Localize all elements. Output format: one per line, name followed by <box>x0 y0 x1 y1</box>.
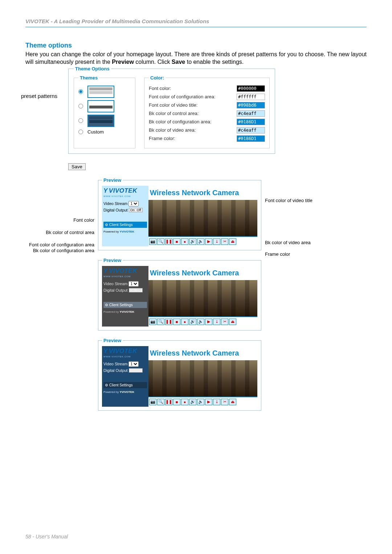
toolbar-btn-0[interactable]: 📷 <box>149 399 156 405</box>
toolbar-btn-10[interactable]: ⏏ <box>229 238 236 245</box>
logo-text-3: VIVOTEK <box>109 348 137 355</box>
toolbar-btn-5[interactable]: 🔊 <box>189 238 196 245</box>
toolbar-btn-8[interactable]: ⤓ <box>213 319 220 325</box>
toolbar-btn-2[interactable]: ❚❚ <box>165 319 172 325</box>
color-row-5: Bk color of video area:#c4eaff <box>149 127 265 134</box>
onoff-toggle-2[interactable]: OnOff <box>129 288 143 292</box>
color-value-input[interactable]: #0186D1 <box>237 135 265 142</box>
color-value-input[interactable]: #0186D1 <box>237 119 265 125</box>
pv2-title: Wireless Network Camera <box>148 266 257 280</box>
toolbar-btn-3[interactable]: ■ <box>173 319 180 325</box>
preview-3: Preview YVIVOTEK WWW.VIVOTEK.COM Video S… <box>98 338 261 411</box>
poweredby-1: Powered by YVIVOTEK <box>103 230 147 233</box>
theme-radio-2[interactable] <box>78 104 83 108</box>
toolbar-btn-1[interactable]: 🔍 <box>157 238 164 245</box>
logo-sub-1: WWW.VIVOTEK.COM <box>103 195 147 197</box>
toolbar-btn-10[interactable]: ⏏ <box>229 319 236 325</box>
toolbar-btn-6[interactable]: 🔈 <box>197 238 204 245</box>
preview-legend-2: Preview <box>102 258 123 263</box>
theme-options-legend: Theme Options <box>74 66 111 71</box>
annot-bk-video: Bk color of video area <box>265 240 311 245</box>
logo-text-1: VIVOTEK <box>109 187 137 194</box>
logo-3: YVIVOTEK <box>103 348 147 355</box>
toolbar-btn-9[interactable]: ✂ <box>221 399 228 405</box>
themes-fieldset: Themes Custom <box>74 75 135 148</box>
client-settings-label-1: Client Settings <box>109 223 132 227</box>
toolbar-btn-2[interactable]: ❚❚ <box>165 238 172 245</box>
toolbar-btn-0[interactable]: 📷 <box>149 319 156 325</box>
toolbar-btn-5[interactable]: 🔊 <box>189 319 196 325</box>
video-stream-label-1: Video Stream <box>103 201 127 206</box>
theme-radio-custom[interactable] <box>78 130 83 134</box>
intro-text-2: column. Click <box>134 59 172 65</box>
toolbar-btn-8[interactable]: ⤓ <box>213 238 220 245</box>
video-stream-label-2: Video Stream <box>103 282 127 286</box>
toolbar-btn-7[interactable]: ▶ <box>205 238 212 245</box>
pv3-title: Wireless Network Camera <box>148 346 257 360</box>
toolbar-btn-9[interactable]: ✂ <box>221 319 228 325</box>
custom-label: Custom <box>87 129 104 135</box>
save-button[interactable]: Save <box>68 163 86 170</box>
toolbar-btn-9[interactable]: ✂ <box>221 238 228 245</box>
pv3-toolbar: 📷🔍❚❚■●🔊🔈▶⤓✂⏏ <box>148 397 257 407</box>
pv2-toolbar: 📷🔍❚❚■●🔊🔈▶⤓✂⏏ <box>148 316 257 327</box>
logo-sub-2: WWW.VIVOTEK.COM <box>103 275 147 278</box>
logo-sub-3: WWW.VIVOTEK.COM <box>103 356 147 358</box>
toolbar-btn-4[interactable]: ● <box>181 319 188 325</box>
color-label: Bk color of configuration area: <box>149 119 237 124</box>
digital-output-label-2: Digital Output <box>103 288 128 292</box>
client-settings-btn-2[interactable]: ⚙Client Settings <box>103 302 147 308</box>
theme-radio-3[interactable] <box>78 118 83 123</box>
video-stream-select-1[interactable]: 1 <box>128 201 139 206</box>
toolbar-btn-4[interactable]: ● <box>181 399 188 405</box>
color-row-3: Bk color of control area:#c4eaff <box>149 110 265 117</box>
toolbar-btn-0[interactable]: 📷 <box>149 238 156 245</box>
color-value-input[interactable]: #098bd6 <box>237 102 265 108</box>
color-fieldset: Color: Font color:#000000Font color of c… <box>144 75 270 148</box>
toolbar-btn-8[interactable]: ⤓ <box>213 399 220 405</box>
toolbar-btn-10[interactable]: ⏏ <box>229 399 236 405</box>
video-stream-label-3: Video Stream <box>103 362 127 366</box>
color-label: Font color of configuration area: <box>149 94 237 99</box>
gear-icon: ⚙ <box>105 303 108 307</box>
toolbar-btn-7[interactable]: ▶ <box>205 399 212 405</box>
poweredby-2: Powered by YVIVOTEK <box>103 310 147 313</box>
logo-1: YVIVOTEK <box>103 187 147 194</box>
toolbar-btn-3[interactable]: ■ <box>173 399 180 405</box>
color-value-input[interactable]: #000000 <box>237 85 265 92</box>
toolbar-btn-1[interactable]: 🔍 <box>157 399 164 405</box>
toolbar-btn-7[interactable]: ▶ <box>205 319 212 325</box>
color-value-input[interactable]: #c4eaff <box>237 127 265 134</box>
video-stream-select-3[interactable]: 1 <box>128 361 139 367</box>
toolbar-btn-3[interactable]: ■ <box>173 238 180 245</box>
client-settings-btn-3[interactable]: ⚙Client Settings <box>103 382 147 388</box>
intro-bold-save: Save <box>172 59 185 65</box>
video-stream-select-2[interactable]: 1 <box>128 281 139 287</box>
themes-legend: Themes <box>78 75 99 81</box>
theme-radio-1[interactable] <box>78 89 83 94</box>
client-settings-btn-1[interactable]: ⚙Client Settings <box>103 222 147 228</box>
theme-swatch-2 <box>87 100 114 112</box>
color-row-0: Font color:#000000 <box>149 85 265 92</box>
color-row-4: Bk color of configuration area:#0186D1 <box>149 119 265 125</box>
toolbar-btn-6[interactable]: 🔈 <box>197 399 204 405</box>
annot-preset-patterns: preset patterns <box>21 93 57 99</box>
toolbar-btn-5[interactable]: 🔊 <box>189 399 196 405</box>
toolbar-btn-2[interactable]: ❚❚ <box>165 399 172 405</box>
pv1-title: Wireless Network Camera <box>148 186 257 200</box>
pv2-video-area <box>148 280 257 316</box>
intro-text-3: to enable the settings. <box>185 59 244 65</box>
color-value-input[interactable]: #ffffff <box>237 94 265 100</box>
toolbar-btn-4[interactable]: ● <box>181 238 188 245</box>
toolbar-btn-1[interactable]: 🔍 <box>157 319 164 325</box>
preview-1: Preview YVIVOTEK WWW.VIVOTEK.COM Video S… <box>98 177 261 250</box>
logo-2: YVIVOTEK <box>103 267 147 275</box>
onoff-toggle-3[interactable]: OnOff <box>129 368 143 373</box>
color-label: Bk color of control area: <box>149 111 237 116</box>
toolbar-btn-6[interactable]: 🔈 <box>197 319 204 325</box>
color-value-input[interactable]: #c4eaff <box>237 110 265 117</box>
header-text: VIVOTEK - A Leading Provider of Multimed… <box>25 18 209 24</box>
theme-options-fieldset: Theme Options Themes <box>68 66 275 154</box>
onoff-toggle-1[interactable]: OnOff <box>129 208 143 212</box>
color-label: Font color of video title: <box>149 102 237 108</box>
